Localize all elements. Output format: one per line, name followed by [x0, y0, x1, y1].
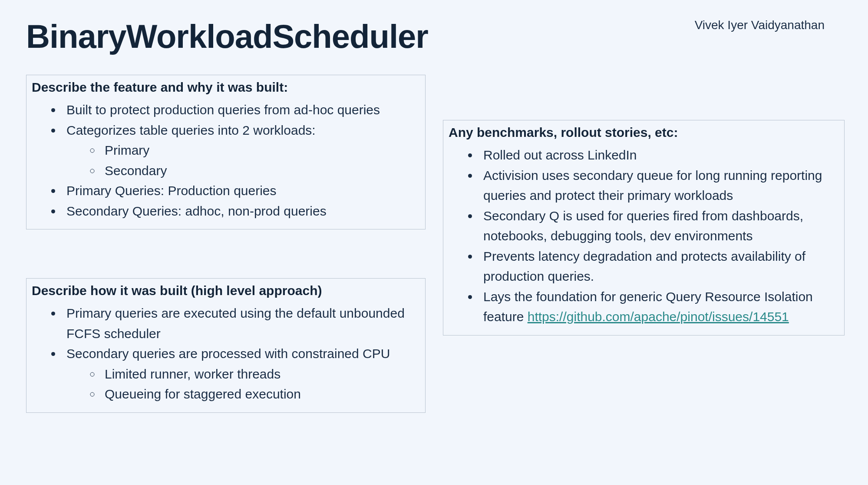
list-item: Limited runner, worker threads — [101, 364, 420, 385]
github-issue-link[interactable]: https://github.com/apache/pinot/issues/1… — [528, 309, 789, 324]
feature-description-box: Describe the feature and why it was buil… — [26, 75, 426, 229]
page-title: BinaryWorkloadScheduler — [26, 17, 428, 55]
list-item: Secondary Queries: adhoc, non-prod queri… — [62, 201, 420, 222]
list-item: Activision uses secondary queue for long… — [479, 166, 839, 206]
list-item: Categorizes table queries into 2 workloa… — [62, 120, 420, 181]
list-item: Built to protect production queries from… — [62, 100, 420, 120]
list-item-text: Secondary queries are processed with con… — [66, 346, 390, 361]
list-item: Secondary — [101, 161, 420, 181]
list-item: Secondary queries are processed with con… — [62, 344, 420, 405]
sub-bullet-list: Primary Secondary — [66, 140, 420, 181]
build-approach-box: Describe how it was built (high level ap… — [26, 278, 426, 413]
list-item: Queueing for staggered execution — [101, 384, 420, 405]
list-item-text: Categorizes table queries into 2 workloa… — [66, 123, 316, 137]
list-item: Primary — [101, 140, 420, 161]
bullet-list: Built to protect production queries from… — [32, 100, 420, 221]
box-heading: Describe how it was built (high level ap… — [32, 282, 420, 299]
list-item: Primary queries are executed using the d… — [62, 303, 420, 344]
bullet-list: Primary queries are executed using the d… — [32, 303, 420, 405]
list-item: Rolled out across LinkedIn — [479, 145, 839, 166]
list-item: Secondary Q is used for queries fired fr… — [479, 206, 839, 246]
benchmarks-box: Any benchmarks, rollout stories, etc: Ro… — [443, 120, 845, 336]
slide: Vivek Iyer Vaidyanathan BinaryWorkloadSc… — [0, 0, 868, 485]
sub-bullet-list: Limited runner, worker threads Queueing … — [66, 364, 420, 405]
list-item: Primary Queries: Production queries — [62, 181, 420, 201]
author-name: Vivek Iyer Vaidyanathan — [695, 18, 825, 32]
list-item: Lays the foundation for generic Query Re… — [479, 287, 839, 327]
list-item: Prevents latency degradation and protect… — [479, 246, 839, 287]
box-heading: Any benchmarks, rollout stories, etc: — [449, 124, 839, 141]
box-heading: Describe the feature and why it was buil… — [32, 79, 420, 96]
bullet-list: Rolled out across LinkedIn Activision us… — [449, 145, 839, 327]
